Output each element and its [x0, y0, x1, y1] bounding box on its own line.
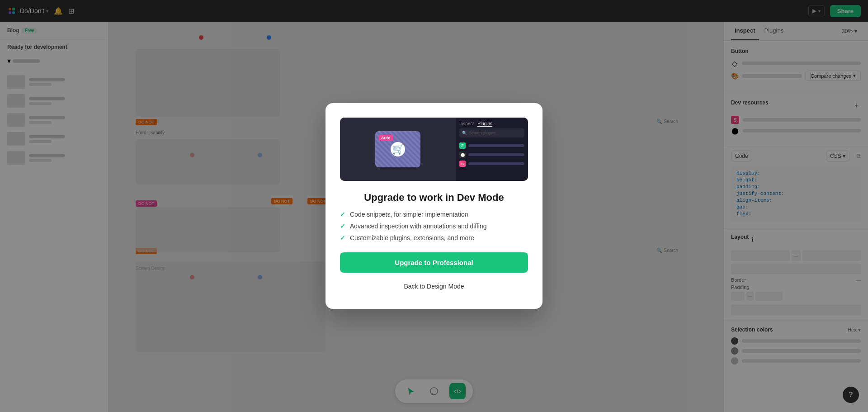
preview-search-text: Search plugins... [469, 131, 499, 135]
preview-auto-badge: Auto [379, 135, 393, 141]
feature-item-1: ✓ Code snippets, for simpler implementat… [340, 211, 528, 218]
plugin-figma-icon: F [459, 142, 466, 149]
plugin-bar [468, 144, 524, 147]
check-icon-2: ✓ [340, 223, 345, 230]
preview-design-area: Auto 🛒 [340, 118, 456, 181]
preview-tabs: Inspect Plugins [456, 118, 528, 128]
preview-search: 🔍 Search plugins... [459, 128, 524, 137]
modal-preview: Auto 🛒 Inspect Plugins 🔍 Search plugins.… [340, 118, 528, 181]
modal-title: Upgrade to work in Dev Mode [340, 192, 528, 204]
upgrade-modal: Auto 🛒 Inspect Plugins 🔍 Search plugins.… [326, 103, 542, 309]
preview-cart-icon: 🛒 [391, 142, 405, 156]
check-icon-3: ✓ [340, 234, 345, 242]
modal-features-list: ✓ Code snippets, for simpler implementat… [340, 211, 528, 242]
preview-search-icon: 🔍 [462, 131, 467, 135]
preview-plugin-row-3: S [456, 159, 528, 168]
plugin-bar [468, 153, 524, 156]
modal-overlay[interactable]: Auto 🛒 Inspect Plugins 🔍 Search plugins.… [0, 0, 868, 412]
preview-plugin-row-2: ⬤ [456, 150, 528, 159]
feature-item-3: ✓ Customizable plugins, extensions, and … [340, 234, 528, 242]
check-icon-1: ✓ [340, 211, 345, 218]
preview-plugin-row-1: F [456, 141, 528, 150]
preview-tab-inspect: Inspect [459, 121, 474, 127]
feature-item-2: ✓ Advanced inspection with annotations a… [340, 223, 528, 230]
preview-design-card: Auto 🛒 [375, 131, 420, 167]
back-to-design-button[interactable]: Back to Design Mode [340, 278, 528, 294]
plugin-github-icon: ⬤ [459, 152, 466, 158]
preview-tab-plugins: Plugins [477, 121, 492, 127]
upgrade-button[interactable]: Upgrade to Professional [340, 252, 528, 273]
plugin-bar [468, 162, 524, 165]
plugin-storybook-icon: S [459, 161, 466, 167]
preview-plugins-panel: Inspect Plugins 🔍 Search plugins... F ⬤ … [456, 118, 528, 181]
